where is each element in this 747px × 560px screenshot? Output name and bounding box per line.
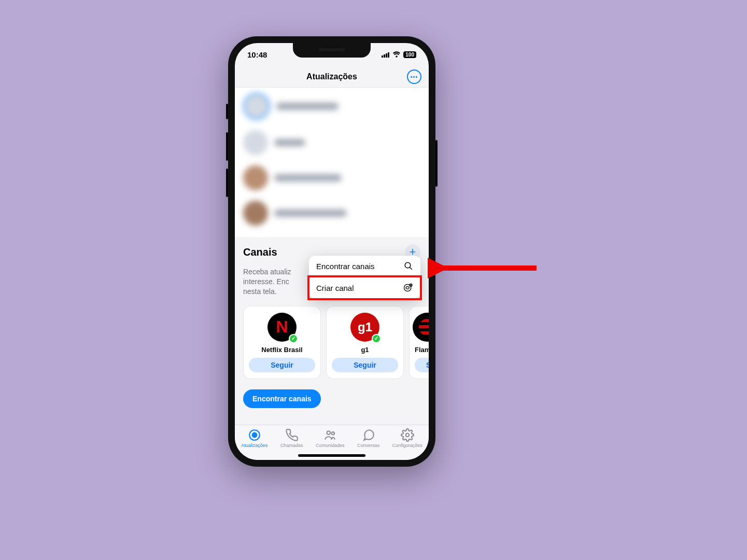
annotation-arrow: [428, 258, 542, 278]
channel-card-netflix[interactable]: Netflix Brasil Seguir: [243, 306, 321, 379]
wifi-icon: [392, 51, 401, 58]
calls-icon: [285, 428, 299, 442]
channels-title: Canais: [243, 246, 277, 258]
channel-avatar: [413, 313, 429, 342]
tab-label: Comunidades: [316, 443, 345, 448]
follow-button[interactable]: Seg: [415, 358, 429, 372]
channel-avatar: [267, 313, 297, 342]
content-scroll[interactable]: Canais + Receba atualiz interesse. Enc n…: [235, 88, 429, 425]
popup-find-label: Encontrar canais: [316, 262, 375, 271]
volume-up-button[interactable]: [226, 132, 228, 161]
create-channel-icon: [403, 283, 413, 293]
phone-screen: 10:48 100 Atualizações •••: [235, 43, 429, 460]
status-row[interactable]: [235, 160, 429, 195]
find-channels-button[interactable]: Encontrar canais: [243, 389, 321, 408]
channel-card-g1[interactable]: g1 g1 Seguir: [326, 306, 404, 379]
volume-down-button[interactable]: [226, 169, 228, 197]
popup-create-channel[interactable]: Criar canal: [309, 276, 420, 299]
svg-rect-1: [384, 54, 385, 58]
channel-name: g1: [332, 346, 398, 354]
svg-point-9: [252, 433, 257, 438]
tab-chats[interactable]: Conversas: [357, 428, 379, 448]
svg-point-11: [331, 432, 334, 435]
page-title: Atualizações: [306, 72, 357, 81]
channel-card-flamengo[interactable]: Flamengo Seg: [409, 306, 429, 379]
tab-communities[interactable]: Comunidades: [316, 428, 345, 448]
more-options-button[interactable]: •••: [407, 69, 421, 84]
phone-frame: 10:48 100 Atualizações •••: [228, 36, 435, 467]
communities-icon: [323, 428, 337, 442]
popup-create-label: Criar canal: [316, 284, 354, 292]
popup-find-channels[interactable]: Encontrar canais: [309, 256, 420, 276]
tab-label: Configurações: [392, 443, 422, 448]
signal-icon: [382, 52, 390, 58]
home-indicator[interactable]: [298, 454, 365, 457]
power-button[interactable]: [435, 140, 438, 187]
tab-label: Atualizações: [241, 443, 267, 448]
channels-section: Canais + Receba atualiz interesse. Enc n…: [235, 237, 429, 415]
updates-icon: [248, 428, 261, 442]
clock-label: 10:48: [247, 50, 267, 59]
follow-button[interactable]: Seguir: [332, 358, 398, 372]
channel-name: Netflix Brasil: [249, 346, 315, 354]
tab-settings[interactable]: Configurações: [392, 428, 422, 448]
svg-point-12: [405, 433, 409, 437]
svg-rect-3: [388, 52, 389, 58]
app-header: Atualizações •••: [235, 66, 429, 88]
channel-name: Flamengo: [415, 346, 429, 354]
status-row[interactable]: [235, 125, 429, 160]
settings-icon: [401, 428, 414, 442]
status-icons: 100: [382, 51, 416, 58]
tab-calls[interactable]: Chamadas: [280, 428, 303, 448]
status-section: [235, 88, 429, 237]
status-row[interactable]: [235, 88, 429, 125]
silence-switch[interactable]: [226, 104, 228, 119]
chats-icon: [362, 428, 375, 442]
search-icon: [404, 261, 413, 271]
svg-rect-2: [386, 53, 387, 58]
channel-avatar: g1: [350, 313, 379, 342]
tab-updates[interactable]: Atualizações: [241, 428, 267, 448]
tab-label: Conversas: [357, 443, 379, 448]
verified-badge-icon: [289, 334, 298, 343]
status-row[interactable]: [235, 195, 429, 231]
svg-point-4: [405, 262, 411, 268]
channel-cards-row[interactable]: Netflix Brasil Seguir g1 g1 Seguir Flame…: [235, 303, 429, 385]
notch: [293, 43, 371, 58]
tab-label: Chamadas: [280, 443, 303, 448]
follow-button[interactable]: Seguir: [249, 358, 315, 372]
svg-rect-0: [382, 55, 383, 58]
battery-label: 100: [403, 51, 416, 58]
svg-line-5: [410, 267, 412, 270]
verified-badge-icon: [372, 334, 381, 343]
svg-point-10: [327, 431, 330, 435]
add-channel-popup: Encontrar canais Criar canal: [309, 256, 420, 299]
